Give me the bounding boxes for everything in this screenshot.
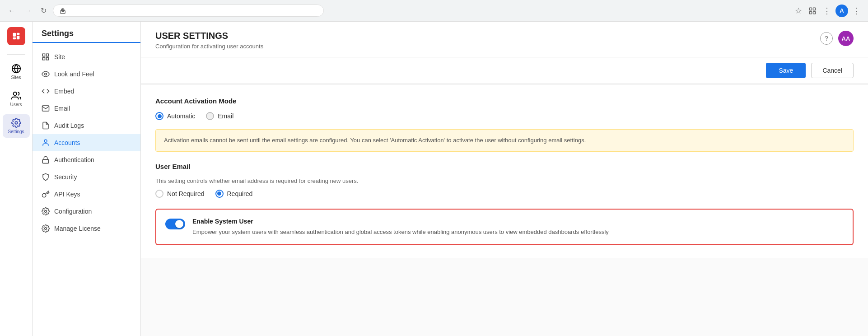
svg-rect-1 — [61, 10, 65, 13]
left-sidebar: Settings Site Look and Feel Embed Email … — [33, 22, 141, 336]
activation-mode-title: Account Activation Mode — [155, 97, 854, 105]
sidebar-icon-sites[interactable]: Sites — [3, 60, 30, 84]
users-icon — [11, 91, 21, 101]
chrome-more-button[interactable]: ⋮ — [851, 4, 863, 18]
sidebar-item-look-and-feel[interactable]: Look and Feel — [33, 65, 140, 83]
sidebar-item-email[interactable]: Email — [33, 100, 140, 117]
svg-point-12 — [13, 92, 16, 95]
toggle-thumb — [175, 220, 183, 228]
manage-license-label: Manage License — [54, 225, 101, 232]
activation-mode-radio-group: Automatic Email — [155, 112, 854, 120]
bookmark-button[interactable]: ☆ — [793, 4, 804, 18]
radio-automatic[interactable]: Automatic — [155, 112, 195, 120]
look-and-feel-label: Look and Feel — [54, 70, 94, 78]
svg-rect-17 — [47, 58, 49, 60]
audit-logs-label: Audit Logs — [54, 122, 84, 129]
sidebar-icon-settings[interactable]: Settings — [3, 114, 30, 138]
radio-not-required[interactable]: Not Required — [155, 190, 205, 198]
system-user-toggle[interactable] — [165, 219, 185, 229]
cog-icon — [42, 207, 50, 215]
security-label: Security — [54, 173, 77, 181]
code-icon — [42, 87, 50, 95]
back-button[interactable]: ← — [5, 5, 18, 17]
app-container: Sites Users Settings Settings Site Look … — [0, 22, 868, 336]
radio-required-circle — [215, 190, 224, 198]
forward-button[interactable]: → — [22, 5, 34, 17]
browser-chrome: ← → ↻ localhost:50147/ums/administration… — [0, 0, 868, 22]
browser-actions: ☆ ⋮ A ⋮ — [793, 4, 863, 18]
page-title: USER SETTINGS — [155, 31, 263, 41]
radio-automatic-label: Automatic — [167, 112, 195, 120]
sidebar-divider — [7, 54, 25, 55]
file-icon — [42, 121, 50, 130]
svg-point-22 — [45, 228, 47, 230]
users-label: Users — [10, 102, 22, 107]
save-button[interactable]: Save — [766, 63, 806, 78]
user-avatar[interactable]: AA — [838, 31, 854, 46]
header-right: ? AA — [820, 31, 854, 46]
lock-nav-icon — [42, 156, 50, 164]
api-keys-label: API Keys — [54, 191, 80, 198]
svg-rect-9 — [16, 36, 19, 39]
key-icon — [42, 190, 50, 198]
radio-automatic-circle — [155, 112, 163, 120]
sidebar-item-configuration[interactable]: Configuration — [33, 203, 140, 220]
svg-rect-3 — [813, 8, 816, 10]
svg-rect-6 — [13, 33, 15, 37]
icon-sidebar: Sites Users Settings — [0, 22, 33, 336]
sidebar-item-manage-license[interactable]: Manage License — [33, 220, 140, 237]
sidebar-item-audit-logs[interactable]: Audit Logs — [33, 117, 140, 134]
svg-rect-8 — [16, 33, 19, 35]
embed-label: Embed — [54, 88, 74, 95]
sidebar-item-site[interactable]: Site — [33, 48, 140, 65]
menu-button[interactable]: ⋮ — [821, 4, 833, 18]
configuration-label: Configuration — [54, 208, 92, 215]
header-left: USER SETTINGS Configuration for activati… — [155, 31, 263, 50]
system-user-title: Enable System User — [192, 218, 609, 225]
cog2-icon — [42, 224, 50, 233]
mail-icon — [42, 104, 50, 112]
url-input[interactable]: localhost:50147/ums/administration/user-… — [70, 7, 317, 14]
svg-rect-20 — [42, 159, 49, 163]
sites-label: Sites — [11, 75, 21, 80]
eye-icon — [42, 70, 50, 78]
help-button[interactable]: ? — [820, 32, 833, 45]
sidebar-item-embed[interactable]: Embed — [33, 83, 140, 100]
address-bar: localhost:50147/ums/administration/user-… — [53, 5, 324, 17]
toggle-track — [165, 219, 185, 229]
radio-email[interactable]: Email — [206, 112, 233, 120]
sidebar-icon-users[interactable]: Users — [3, 87, 30, 111]
cancel-button[interactable]: Cancel — [811, 63, 854, 78]
shield-icon — [42, 173, 50, 181]
sidebar-item-authentication[interactable]: Authentication — [33, 151, 140, 168]
radio-required[interactable]: Required — [215, 190, 253, 198]
radio-not-required-label: Not Required — [167, 190, 205, 197]
person-icon — [42, 139, 50, 147]
grid-icon — [42, 53, 50, 61]
action-bar: Save Cancel — [141, 57, 868, 84]
page-subtitle: Configuration for activating user accoun… — [155, 43, 263, 50]
system-user-box: Enable System User Empower your system u… — [155, 209, 854, 246]
svg-rect-14 — [42, 54, 45, 56]
user-email-title: User Email — [155, 163, 854, 170]
content-header: USER SETTINGS Configuration for activati… — [141, 22, 868, 57]
sidebar-item-accounts[interactable]: Accounts — [33, 134, 140, 151]
radio-email-label: Email — [218, 112, 233, 120]
sidebar-item-api-keys[interactable]: API Keys — [33, 186, 140, 203]
user-email-radio-group: Not Required Required — [155, 190, 854, 198]
svg-rect-2 — [809, 8, 812, 10]
accounts-label: Accounts — [54, 139, 80, 146]
extensions-button[interactable] — [807, 5, 818, 17]
svg-rect-15 — [47, 54, 49, 56]
radio-not-required-circle — [155, 190, 163, 198]
lock-icon — [60, 8, 66, 14]
radio-email-circle — [206, 112, 214, 120]
svg-point-21 — [45, 210, 47, 213]
svg-point-19 — [44, 140, 47, 142]
radio-required-label: Required — [227, 190, 253, 197]
settings-icon — [11, 118, 21, 128]
reload-button[interactable]: ↻ — [38, 5, 49, 17]
settings-body: Account Activation Mode Automatic Email … — [141, 84, 868, 258]
system-user-description: Empower your system users with seamless … — [192, 228, 609, 237]
sidebar-item-security[interactable]: Security — [33, 168, 140, 186]
